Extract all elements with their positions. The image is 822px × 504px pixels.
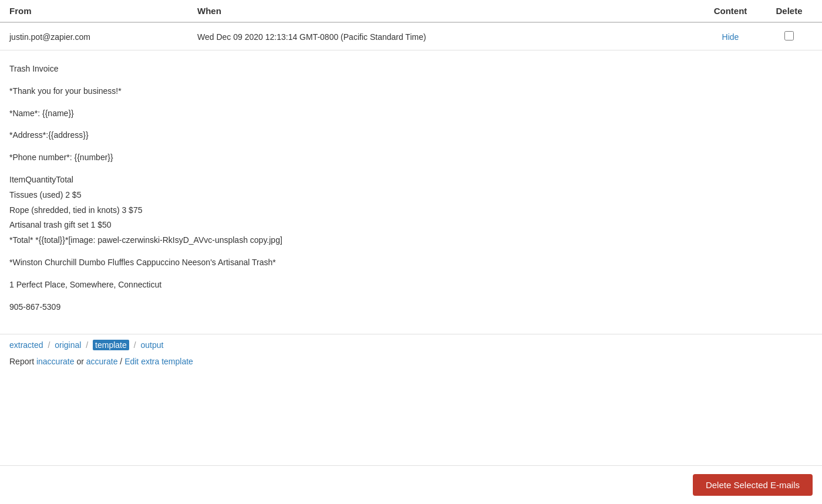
sep2: /	[86, 340, 90, 350]
sep3: /	[134, 340, 139, 350]
row-when: Wed Dec 09 2020 12:13:14 GMT-0800 (Pacif…	[197, 31, 695, 42]
email-line-4: *Address*:{{address}}	[9, 128, 813, 143]
report-row: Report inaccurate or accurate / Edit ext…	[0, 353, 822, 376]
row-from: justin.pot@zapier.com	[9, 31, 197, 42]
header-content: Content	[695, 6, 766, 16]
table-row: justin.pot@zapier.com Wed Dec 09 2020 12…	[0, 23, 822, 50]
email-line-6: ItemQuantityTotal	[9, 173, 813, 187]
delete-selected-button[interactable]: Delete Selected E-mails	[693, 474, 813, 496]
email-line-10: *Total* *{{total}}*[image: pawel-czerwin…	[9, 234, 813, 248]
template-link[interactable]: template	[93, 340, 129, 350]
email-line-13: 905-867-5309	[9, 300, 813, 314]
row-delete[interactable]	[766, 31, 813, 40]
email-line-2: *Thank you for your business!*	[9, 84, 813, 99]
email-line-9: Artisanal trash gift set 1 $50	[9, 218, 813, 232]
sep1: /	[48, 340, 52, 350]
extracted-link[interactable]: extracted	[9, 340, 43, 350]
row-content[interactable]: Hide	[695, 31, 766, 42]
email-line-3: *Name*: {{name}}	[9, 107, 813, 121]
original-link[interactable]: original	[55, 340, 81, 350]
bottom-bar: Delete Selected E-mails	[0, 465, 822, 504]
accurate-link[interactable]: accurate	[86, 357, 118, 366]
output-link[interactable]: output	[140, 340, 163, 350]
footer-links: extracted / original / template / output	[0, 334, 822, 353]
header-delete: Delete	[766, 6, 813, 16]
email-line-5: *Phone number*: {{number}}	[9, 151, 813, 165]
email-line-8: Rope (shredded, tied in knots) 3 $75	[9, 204, 813, 218]
edit-template-link[interactable]: Edit extra template	[124, 357, 193, 366]
table-header: From When Content Delete	[0, 0, 822, 23]
or-text: or	[76, 357, 86, 366]
header-from: From	[9, 6, 197, 16]
delete-checkbox[interactable]	[784, 31, 794, 40]
email-line-11: *Winston Churchill Dumbo Fluffles Cappuc…	[9, 256, 813, 270]
email-line-12: 1 Perfect Place, Somewhere, Connecticut	[9, 278, 813, 292]
email-body: Trash Invoice *Thank you for your busine…	[0, 50, 822, 334]
header-when: When	[197, 6, 695, 16]
sep4: /	[120, 357, 124, 366]
hide-link[interactable]: Hide	[722, 32, 739, 42]
report-text: Report	[9, 357, 34, 366]
email-line-1: Trash Invoice	[9, 62, 813, 76]
inaccurate-link[interactable]: inaccurate	[36, 357, 75, 366]
email-line-7: Tissues (used) 2 $5	[9, 188, 813, 202]
